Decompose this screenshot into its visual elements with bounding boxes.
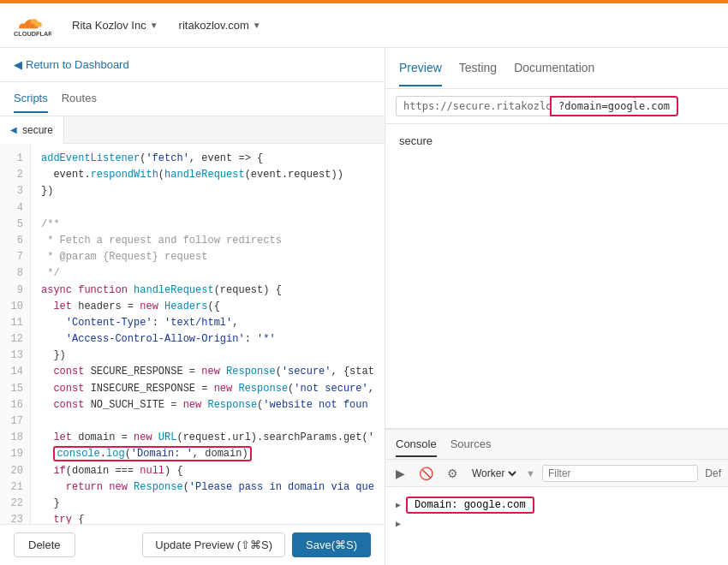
url-normal-part: https://secure.ritakozlov.co (396, 96, 550, 116)
console-domain-output: Domain: google.com (406, 497, 534, 514)
worker-select[interactable]: Worker (468, 467, 519, 480)
return-to-dashboard-link[interactable]: ◀ Return to Dashboard (14, 58, 129, 71)
account-name: Rita Kozlov Inc (72, 19, 146, 32)
console-output-text: Domain: google.com (415, 499, 526, 511)
file-tab-secure[interactable]: ◀ secure (0, 116, 64, 144)
code-text[interactable]: addEventListener('fetch', event => { eve… (31, 144, 385, 524)
block-button[interactable]: 🚫 (415, 465, 437, 482)
domain-chevron-icon: ▼ (253, 21, 261, 30)
script-routes-tabs: Scripts Routes (0, 82, 385, 116)
tab-sources[interactable]: Sources (451, 432, 492, 457)
console-output: ▶ Domain: google.com ▶ (385, 487, 728, 538)
console-line-2: ▶ (396, 516, 718, 532)
bottom-bar: Delete Update Preview (⇧⌘S) Save(⌘S) (0, 524, 385, 565)
preview-tabs: Preview Testing Documentation (385, 48, 728, 89)
file-arrow-icon: ◀ (10, 125, 17, 134)
tab-routes[interactable]: Routes (62, 85, 97, 113)
def-button[interactable]: Def (705, 467, 721, 479)
right-panel-top: Preview Testing Documentation https://se… (385, 48, 728, 428)
domain-selector[interactable]: ritakozlov.com ▼ (179, 19, 261, 32)
file-tab-row: ◀ secure (0, 116, 385, 144)
console-toolbar: ▶ 🚫 ⚙ Worker ▼ Def (385, 460, 728, 487)
settings-button[interactable]: ⚙ (444, 465, 462, 482)
right-panel-bottom: Console Sources ▶ 🚫 ⚙ Worker ▼ Def (385, 428, 728, 565)
account-chevron-icon: ▼ (150, 21, 158, 30)
save-button[interactable]: Save(⌘S) (292, 532, 371, 557)
tab-scripts[interactable]: Scripts (14, 85, 48, 113)
back-arrow-icon: ◀ (14, 58, 22, 71)
preview-content: secure (385, 124, 728, 158)
dropdown-arrow-icon: ▼ (526, 468, 535, 479)
url-bar: https://secure.ritakozlov.co?domain=goog… (385, 89, 728, 124)
left-panel: ◀ Return to Dashboard Scripts Routes ◀ s… (0, 48, 385, 565)
cloudflare-logo: CLOUDFLARE (14, 14, 51, 38)
file-name: secure (22, 124, 53, 136)
return-label: Return to Dashboard (26, 58, 129, 71)
cloudflare-logo-icon: CLOUDFLARE (14, 14, 51, 38)
topbar: CLOUDFLARE Rita Kozlov Inc ▼ ritakozlov.… (0, 3, 728, 48)
main-layout: ◀ Return to Dashboard Scripts Routes ◀ s… (0, 48, 728, 565)
tab-documentation[interactable]: Documentation (514, 51, 594, 86)
filter-input[interactable] (542, 465, 698, 482)
right-panel: Preview Testing Documentation https://se… (385, 48, 728, 565)
domain-name: ritakozlov.com (179, 19, 249, 32)
console-line-1: ▶ Domain: google.com (396, 494, 718, 516)
tab-preview[interactable]: Preview (399, 51, 442, 86)
account-selector[interactable]: Rita Kozlov Inc ▼ (72, 19, 158, 32)
console-arrow-icon: ▶ (396, 500, 401, 510)
tab-testing[interactable]: Testing (459, 51, 497, 86)
play-button[interactable]: ▶ (392, 465, 409, 482)
tab-console[interactable]: Console (396, 432, 437, 457)
delete-button[interactable]: Delete (14, 532, 75, 557)
update-preview-button[interactable]: Update Preview (⇧⌘S) (142, 532, 285, 557)
line-numbers: 12345 678910 1112131415 1617181920 21222… (0, 144, 31, 524)
url-highlight-part[interactable]: ?domain=google.com (550, 96, 678, 116)
code-editor[interactable]: 12345 678910 1112131415 1617181920 21222… (0, 144, 385, 524)
action-buttons: Update Preview (⇧⌘S) Save(⌘S) (142, 532, 371, 557)
console-tabs: Console Sources (385, 429, 728, 460)
console-arrow-2-icon: ▶ (396, 519, 401, 529)
preview-text: secure (399, 134, 433, 147)
svg-text:CLOUDFLARE: CLOUDFLARE (14, 29, 51, 37)
left-nav: ◀ Return to Dashboard (0, 48, 385, 82)
